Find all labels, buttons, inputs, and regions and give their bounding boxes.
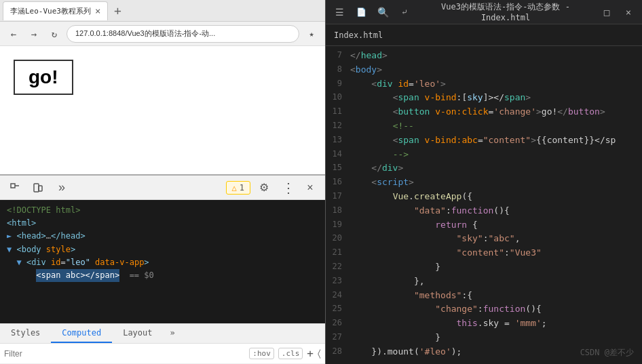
editor-panel: ☰ 📄 🔍 ⤶ Vue3的模版语法-指令-动态参数 - Index.html □… xyxy=(326,0,642,364)
editor-line-10: 10 <span v-bind:[sky]></span> xyxy=(326,91,642,105)
editor-content: 7 </head> 8 <body> 9 <div id='leo'> 10 <… xyxy=(326,46,642,364)
svg-rect-3 xyxy=(39,186,42,191)
more-tools-icon[interactable]: » xyxy=(52,178,71,197)
svg-rect-0 xyxy=(11,184,15,188)
editor-line-23: 23 }, xyxy=(326,275,642,289)
file-tab-label: Index.html xyxy=(334,31,383,40)
go-button[interactable]: go! xyxy=(14,60,73,95)
editor-line-21: 21 "content":"Vue3" xyxy=(326,246,642,260)
editor-line-25: 25 "change":function(){ xyxy=(326,302,642,317)
browser-tab-bar: 李涵Leo-Vue3教程系列 × + xyxy=(0,0,325,22)
editor-top-bar: ☰ 📄 🔍 ⤶ Vue3的模版语法-指令-动态参数 - Index.html □… xyxy=(326,0,642,24)
filter-add-icon[interactable]: + xyxy=(307,347,314,360)
html-line-1: <!DOCTYPE html> xyxy=(7,204,318,217)
editor-line-24: 24 "methods":{ xyxy=(326,289,642,303)
close-editor-icon[interactable]: × xyxy=(620,4,637,20)
editor-line-13: 13 <span v-bind:abc="content">{{content}… xyxy=(326,134,642,148)
editor-line-16: 16 <script> xyxy=(326,176,642,190)
sidebar-toggle-icon[interactable]: ☰ xyxy=(331,4,347,20)
address-bar: ← → ↻ ★ xyxy=(0,22,325,46)
new-tab-button[interactable]: + xyxy=(108,1,127,20)
warning-icon: △ xyxy=(232,183,237,193)
devtools-filter-bar: :hov .cls + 〈 xyxy=(0,344,325,364)
bookmark-icon[interactable]: ★ xyxy=(303,26,320,42)
explorer-icon[interactable]: 📄 xyxy=(353,4,369,20)
forward-button[interactable]: → xyxy=(26,26,42,42)
more-options-icon[interactable]: ⋮ xyxy=(278,178,297,197)
html-line-4: ▼ <body style> xyxy=(7,243,318,256)
editor-line-12: 12 <!-- xyxy=(326,119,642,134)
editor-line-list: 7 </head> 8 <body> 9 <div id='leo'> 10 <… xyxy=(326,46,642,362)
tab-layout[interactable]: Layout xyxy=(112,324,163,343)
editor-line-22: 22 } xyxy=(326,260,642,275)
devtools-toolbar: » △ 1 ⚙ ⋮ × xyxy=(0,176,325,200)
editor-line-27: 27 } xyxy=(326,331,642,345)
editor-file-tab[interactable]: Index.html xyxy=(326,24,642,46)
split-editor-icon[interactable]: □ xyxy=(599,4,615,20)
filter-arrow-icon[interactable]: 〈 xyxy=(318,348,321,359)
back-button[interactable]: ← xyxy=(5,26,22,42)
browser-tab[interactable]: 李涵Leo-Vue3教程系列 × xyxy=(3,1,108,20)
html-line-5: ▼ <div id="leo" data-v-app> xyxy=(7,256,318,269)
html-line-6: <span abc></span> == $0 xyxy=(7,269,318,282)
editor-line-19: 19 return { xyxy=(326,218,642,232)
editor-line-15: 15 </div> xyxy=(326,161,642,176)
close-devtools-icon[interactable]: × xyxy=(301,178,320,197)
devtools-html-tree: <!DOCTYPE html> <html> ► <head>…</head> … xyxy=(0,200,325,323)
tab-title: 李涵Leo-Vue3教程系列 xyxy=(10,6,91,16)
warning-badge[interactable]: △ 1 xyxy=(226,181,250,195)
device-toggle-icon[interactable] xyxy=(29,178,48,197)
editor-line-17: 17 Vue.createApp({ xyxy=(326,190,642,204)
settings-icon[interactable]: ⚙ xyxy=(254,178,273,197)
element-picker-icon[interactable] xyxy=(5,178,24,197)
editor-line-14: 14 --> xyxy=(326,148,642,162)
address-input[interactable] xyxy=(67,25,299,43)
tab-more[interactable]: » xyxy=(164,324,182,343)
page-content: go! xyxy=(0,46,325,174)
watermark: CSDN @差不少 xyxy=(580,347,634,359)
devtools-panel: » △ 1 ⚙ ⋮ × <!DOCTYPE html> <html> ► <he… xyxy=(0,174,325,364)
tab-computed[interactable]: Computed xyxy=(51,324,112,343)
html-line-2: <html> xyxy=(7,217,318,230)
devtools-tabs: Styles Computed Layout » xyxy=(0,323,325,344)
editor-line-18: 18 "data":function(){ xyxy=(326,204,642,218)
filter-cls[interactable]: .cls xyxy=(278,348,303,359)
editor-title: Vue3的模版语法-指令-动态参数 - Index.html xyxy=(418,1,593,22)
warning-count: 1 xyxy=(240,183,244,193)
editor-line-11: 11 <button v-on:click='change'>go!</butt… xyxy=(326,105,642,119)
editor-line-8: 8 <body> xyxy=(326,63,642,77)
editor-line-20: 20 "sky":"abc", xyxy=(326,232,642,246)
tab-close-icon[interactable]: × xyxy=(95,5,100,16)
tab-styles[interactable]: Styles xyxy=(0,324,51,343)
source-control-icon[interactable]: ⤶ xyxy=(396,4,413,20)
editor-line-26: 26 this.sky = 'mmm'; xyxy=(326,317,642,331)
editor-line-9: 9 <div id='leo'> xyxy=(326,77,642,92)
html-line-3: ► <head>…</head> xyxy=(7,230,318,243)
filter-input[interactable] xyxy=(4,346,245,361)
reload-button[interactable]: ↻ xyxy=(46,26,62,42)
editor-line-7: 7 </head> xyxy=(326,49,642,63)
svg-rect-2 xyxy=(34,184,39,192)
filter-hov[interactable]: :hov xyxy=(249,348,274,359)
search-editor-icon[interactable]: 🔍 xyxy=(375,4,391,20)
